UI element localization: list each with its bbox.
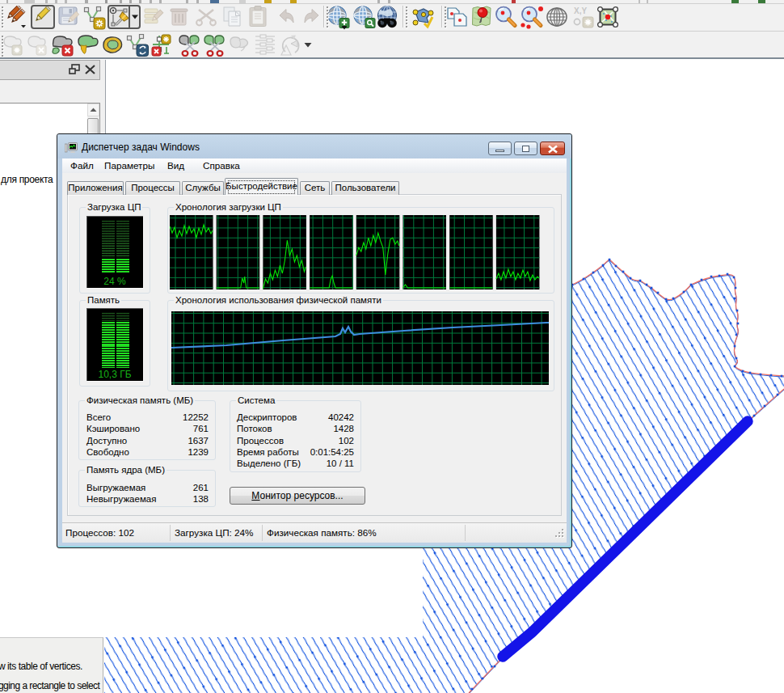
svg-text:X,Y: X,Y [574,6,587,15]
